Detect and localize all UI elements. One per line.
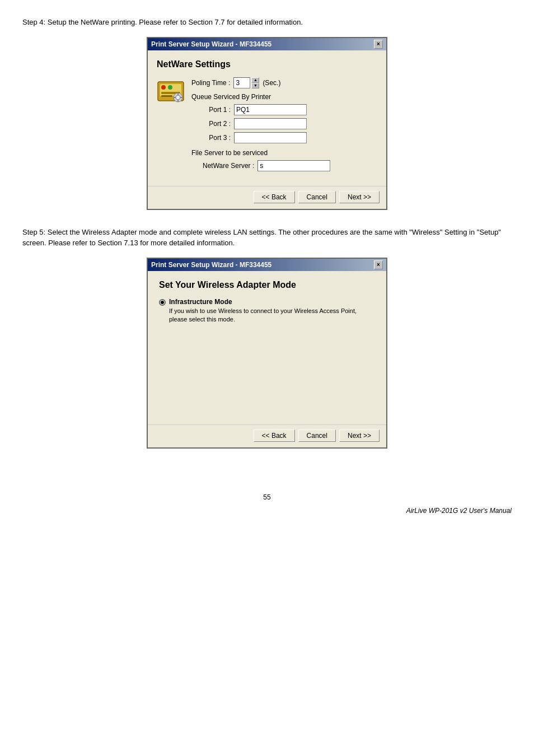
svg-point-3 <box>168 85 172 90</box>
port2-label: Port 2 : <box>203 120 231 128</box>
dialog1-back-button[interactable]: << Back <box>254 191 295 203</box>
polling-spinner: ▲ ▼ <box>233 77 259 88</box>
port3-row: Port 3 : <box>203 132 377 143</box>
svg-rect-11 <box>180 97 182 98</box>
port3-input[interactable] <box>234 132 307 143</box>
port1-row: Port 1 : <box>203 104 377 115</box>
infrastructure-radio-desc: If you wish to use Wireless to connect t… <box>169 307 375 324</box>
netware-server-input[interactable] <box>257 160 330 171</box>
step5-description: Step 5: Select the Wireless Adapter mode… <box>22 227 512 249</box>
dialog2-body: Set Your Wireless Adapter Mode Infrastru… <box>148 271 386 419</box>
manual-title: AirLive WP-201G v2 User's Manual <box>22 507 512 515</box>
dialog2-section-title: Set Your Wireless Adapter Mode <box>159 280 375 290</box>
spinner-up-button[interactable]: ▲ <box>251 77 259 83</box>
port2-row: Port 2 : <box>203 118 377 129</box>
port1-label: Port 1 : <box>203 106 231 114</box>
wizard-icon <box>157 77 185 105</box>
svg-rect-10 <box>174 97 176 98</box>
dialog1-section-title: NetWare Settings <box>157 59 377 69</box>
dialog1-body: NetWare Settings <box>148 50 386 180</box>
sec-label: (Sec.) <box>263 79 280 87</box>
spinner-down-button[interactable]: ▼ <box>251 83 259 88</box>
svg-point-2 <box>161 85 166 90</box>
step4-description: Step 4: Setup the NetWare printing. Plea… <box>22 17 512 28</box>
dialog1-titlebar: Print Server Setup Wizard - MF334455 × <box>148 38 386 50</box>
dialog1-cancel-button[interactable]: Cancel <box>298 191 336 203</box>
svg-rect-8 <box>177 93 179 95</box>
queue-label: Queue Serviced By Printer <box>191 93 377 101</box>
dialog1-title: Print Server Setup Wizard - MF334455 <box>151 40 271 48</box>
polling-input[interactable] <box>233 77 250 88</box>
dialog2-cancel-button[interactable]: Cancel <box>298 430 336 442</box>
netware-server-row: NetWare Server : <box>203 160 377 171</box>
dialog2-back-button[interactable]: << Back <box>254 430 295 442</box>
dialog2-titlebar: Print Server Setup Wizard - MF334455 × <box>148 259 386 271</box>
infrastructure-radio-title: Infrastructure Mode <box>169 298 375 306</box>
page-footer: 55 <box>22 493 512 501</box>
wireless-dialog: Print Server Setup Wizard - MF334455 × S… <box>147 258 387 449</box>
page-number: 55 <box>263 493 270 501</box>
spinner-buttons: ▲ ▼ <box>251 77 259 88</box>
radio-section: Infrastructure Mode If you wish to use W… <box>159 298 375 324</box>
port3-label: Port 3 : <box>203 134 231 142</box>
dialog2-title: Print Server Setup Wizard - MF334455 <box>151 261 271 269</box>
dialog2-close-button[interactable]: × <box>374 260 383 269</box>
file-server-label: File Server to be serviced <box>191 149 377 157</box>
port2-input[interactable] <box>234 118 307 129</box>
dialog1-content: Poling Time : ▲ ▼ (Sec.) Queue Serviced … <box>157 77 377 171</box>
svg-rect-5 <box>161 95 172 97</box>
svg-point-7 <box>176 95 180 100</box>
dialog2-footer: << Back Cancel Next >> <box>148 424 386 447</box>
port1-input[interactable] <box>234 104 307 115</box>
netware-dialog: Print Server Setup Wizard - MF334455 × N… <box>147 37 387 210</box>
polling-row: Poling Time : ▲ ▼ (Sec.) <box>191 77 377 88</box>
netware-server-label: NetWare Server : <box>203 162 254 170</box>
infrastructure-radio-row: Infrastructure Mode If you wish to use W… <box>159 298 375 324</box>
dialog2-next-button[interactable]: Next >> <box>339 430 380 442</box>
wireless-content-area: Infrastructure Mode If you wish to use W… <box>159 298 375 410</box>
infrastructure-radio-text: Infrastructure Mode If you wish to use W… <box>169 298 375 324</box>
polling-label: Poling Time : <box>191 79 230 87</box>
dialog1-footer: << Back Cancel Next >> <box>148 186 386 209</box>
svg-rect-9 <box>177 100 179 102</box>
file-server-section: File Server to be serviced NetWare Serve… <box>191 149 377 171</box>
infrastructure-radio-button[interactable] <box>159 299 166 306</box>
dialog1-close-button[interactable]: × <box>374 40 383 49</box>
form-area: Poling Time : ▲ ▼ (Sec.) Queue Serviced … <box>191 77 377 171</box>
dialog1-next-button[interactable]: Next >> <box>339 191 380 203</box>
